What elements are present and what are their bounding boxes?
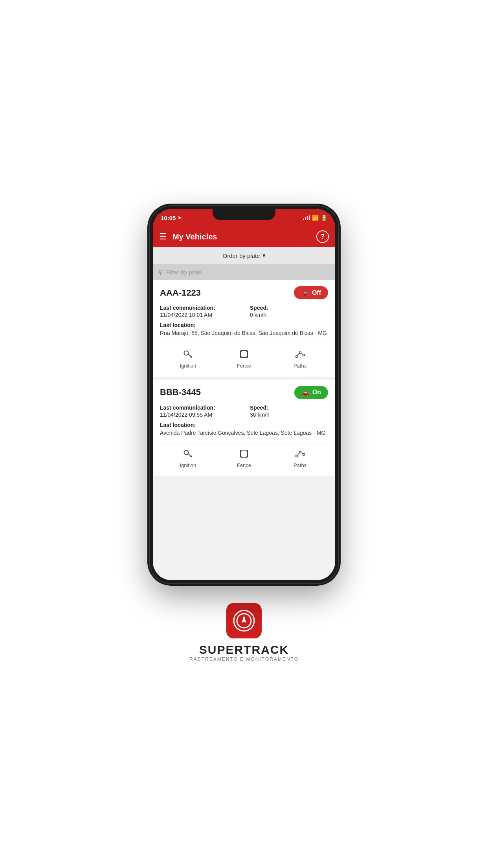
ignition-button-1[interactable]: Ignition — [160, 348, 216, 369]
speed-value-1: 0 km/h — [250, 312, 328, 318]
last-comm-value-1: 11/04/2022 10:01 AM — [160, 312, 238, 318]
wifi-icon: 📶 — [312, 215, 319, 221]
phone-screen: 10:05 ➤ 📶 🔋 — [153, 209, 335, 580]
signal-bar-4 — [309, 215, 310, 220]
fence-button-1[interactable]: Fence — [216, 348, 272, 369]
search-icon: ⚲ — [158, 268, 163, 276]
last-comm-label-1: Last communication: — [160, 305, 238, 311]
app-header: ☰ My Vehicles ? — [153, 226, 335, 247]
header-title: My Vehicles — [172, 232, 316, 241]
svg-point-23 — [303, 454, 305, 456]
paths-icon-1 — [295, 348, 306, 360]
signal-icon — [303, 215, 310, 220]
info-row-2: Last communication: 11/04/2022 09:55 AM … — [160, 405, 328, 418]
location-block-2: Last location: Avenida Padre Tarcísio Go… — [160, 422, 328, 437]
status-badge-2: 🚗 On — [294, 386, 328, 399]
phone-notch — [213, 209, 275, 220]
fence-label-2: Fence — [237, 462, 251, 468]
vehicle-header-2: BBB-3445 🚗 On — [160, 386, 328, 399]
sort-text: Order by plate — [222, 252, 260, 259]
last-loc-value-2: Avenida Padre Tarcísio Gonçalves, Sete L… — [160, 429, 328, 437]
vehicle-card-1: AAA-1223 🚗 Off Last communication: 11/04… — [153, 280, 335, 377]
fence-button-2[interactable]: Fence — [216, 447, 272, 468]
ignition-icon-1 — [182, 348, 193, 360]
brand-subtitle-text: RASTREAMENTO E MONITORAMENTO — [189, 657, 299, 662]
battery-icon: 🔋 — [321, 215, 327, 221]
svg-marker-26 — [242, 615, 246, 623]
signal-bar-2 — [305, 217, 306, 220]
brand-area: SUPERTRACK RASTREAMENTO E MONITORAMENTO — [189, 603, 299, 662]
fence-icon-1 — [238, 348, 250, 360]
ignition-label-1: Ignition — [180, 363, 196, 369]
help-label: ? — [321, 233, 325, 240]
brand-logo — [226, 603, 262, 638]
car-icon-1: 🚗 — [301, 289, 309, 296]
vehicle-plate-1: AAA-1223 — [160, 288, 201, 298]
last-loc-label-1: Last location: — [160, 322, 328, 328]
fence-label-1: Fence — [237, 363, 251, 369]
screen-content: 10:05 ➤ 📶 🔋 — [153, 209, 335, 580]
ignition-button-2[interactable]: Ignition — [160, 447, 216, 468]
ignition-label-2: Ignition — [180, 462, 196, 468]
sort-label: Order by plate ▾ — [222, 252, 265, 259]
status-text-1: Off — [312, 289, 321, 296]
sort-bar[interactable]: Order by plate ▾ — [153, 247, 335, 264]
ignition-icon-2 — [182, 447, 193, 460]
car-icon-2: 🚗 — [301, 389, 309, 396]
paths-icon-2 — [295, 447, 306, 460]
last-loc-value-1: Rua Marajó, 85, São Joaquim de Bicas, Sã… — [160, 329, 328, 337]
last-loc-label-2: Last location: — [160, 422, 328, 428]
vehicle-plate-2: BBB-3445 — [160, 387, 201, 397]
info-row-1: Last communication: 11/04/2022 10:01 AM … — [160, 305, 328, 318]
svg-point-11 — [303, 354, 305, 356]
last-comm-block-2: Last communication: 11/04/2022 09:55 AM — [160, 405, 238, 418]
paths-label-1: Paths — [294, 363, 306, 369]
search-bar[interactable]: ⚲ Filter by plate... — [153, 264, 335, 280]
speed-value-2: 36 km/h — [250, 412, 328, 418]
last-comm-value-2: 11/04/2022 09:55 AM — [160, 412, 238, 418]
vehicle-header-1: AAA-1223 🚗 Off — [160, 286, 328, 299]
signal-bar-1 — [303, 219, 304, 220]
action-row-1: Ignition — [160, 344, 328, 370]
phone-frame: 10:05 ➤ 📶 🔋 — [150, 206, 338, 583]
last-comm-block-1: Last communication: 11/04/2022 10:01 AM — [160, 305, 238, 318]
status-icons: 📶 🔋 — [303, 215, 327, 221]
paths-button-2[interactable]: Paths — [272, 447, 328, 468]
speed-label-1: Speed: — [250, 305, 328, 311]
vehicle-card-2: BBB-3445 🚗 On Last communication: 11/04/… — [153, 380, 335, 476]
signal-bar-3 — [307, 216, 308, 220]
page-wrapper: 10:05 ➤ 📶 🔋 — [0, 0, 488, 868]
brand-name: SUPERTRACK RASTREAMENTO E MONITORAMENTO — [189, 643, 299, 662]
last-comm-label-2: Last communication: — [160, 405, 238, 411]
location-arrow-icon: ➤ — [178, 215, 182, 221]
menu-icon[interactable]: ☰ — [159, 232, 167, 241]
sort-chevron-icon: ▾ — [262, 252, 266, 259]
search-input[interactable]: Filter by plate... — [166, 269, 207, 276]
status-badge-1: 🚗 Off — [294, 286, 328, 299]
brand-supertrack-text: SUPERTRACK — [199, 643, 289, 657]
paths-button-1[interactable]: Paths — [272, 348, 328, 369]
paths-label-2: Paths — [294, 462, 306, 468]
svg-point-12 — [184, 451, 189, 455]
help-button[interactable]: ? — [316, 230, 329, 243]
time-display: 10:05 — [161, 215, 176, 221]
content-area: AAA-1223 🚗 Off Last communication: 11/04… — [153, 280, 335, 580]
fence-icon-2 — [238, 447, 250, 460]
action-row-2: Ignition — [160, 443, 328, 470]
location-block-1: Last location: Rua Marajó, 85, São Joaqu… — [160, 322, 328, 337]
speed-block-1: Speed: 0 km/h — [250, 305, 328, 318]
status-time: 10:05 ➤ — [161, 215, 182, 221]
status-text-2: On — [312, 389, 321, 396]
speed-label-2: Speed: — [250, 405, 328, 411]
speed-block-2: Speed: 36 km/h — [250, 405, 328, 418]
svg-point-0 — [184, 351, 189, 355]
